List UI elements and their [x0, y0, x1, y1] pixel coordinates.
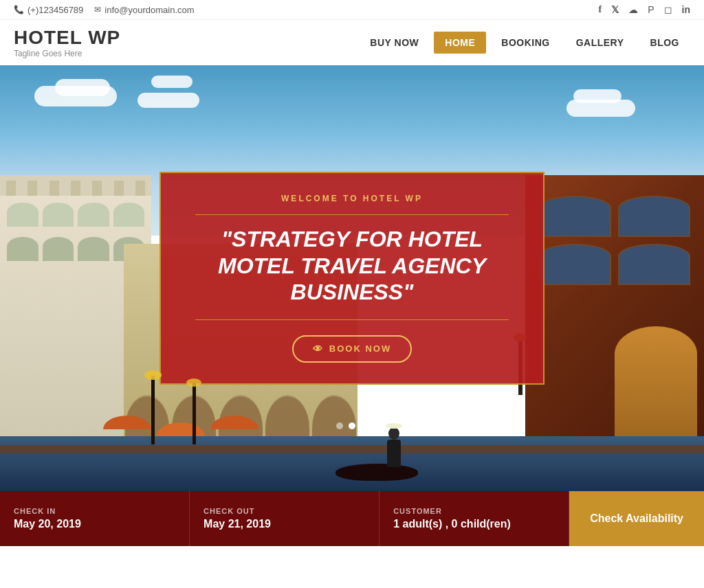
customer-field[interactable]: CUSTOMER 1 adult(s) , 0 child(ren) — [380, 491, 569, 546]
site-logo: HOTEL WP Tagline Goes Here — [14, 27, 120, 58]
linkedin-link[interactable]: in — [682, 4, 690, 15]
hero-title: "STRATEGY FOR HOTEL MOTEL TRAVEL AGENCY … — [195, 226, 509, 305]
hero-divider-bottom — [195, 319, 509, 320]
check-availability-button[interactable]: Check Availability — [569, 491, 704, 546]
lamp-left-1 — [151, 376, 155, 444]
umbrella-area — [103, 405, 258, 436]
nav-home[interactable]: HOME — [434, 32, 486, 54]
lamp-left-2 — [192, 383, 196, 444]
eye-icon: 👁 — [313, 343, 324, 354]
nav-blog[interactable]: BLOG — [639, 32, 690, 54]
dot-1[interactable] — [336, 422, 343, 429]
nav-gallery[interactable]: GALLERY — [565, 32, 635, 54]
phone-info: 📞 (+)123456789 — [14, 5, 83, 15]
skype-link[interactable]: ☁ — [628, 4, 638, 15]
logo-tagline: Tagline Goes Here — [14, 49, 120, 58]
checkout-field[interactable]: CHECK OUT May 21, 2019 — [190, 491, 380, 546]
twitter-link[interactable]: 𝕏 — [611, 4, 619, 15]
top-bar-contact: 📞 (+)123456789 ✉ info@yourdomain.com — [14, 5, 195, 15]
logo-title: HOTEL WP — [14, 27, 120, 49]
email-info: ✉ info@yourdomain.com — [94, 5, 194, 15]
book-now-button[interactable]: 👁 BOOK NOW — [292, 335, 412, 363]
customer-label: CUSTOMER — [393, 507, 555, 515]
phone-number: (+)123456789 — [28, 5, 83, 15]
booking-bar: CHECK IN May 20, 2019 CHECK OUT May 21, … — [0, 491, 704, 546]
nav-buy-now[interactable]: BUY NOW — [359, 32, 430, 54]
dot-3[interactable] — [361, 422, 368, 429]
email-icon: ✉ — [94, 5, 101, 14]
phone-icon: 📞 — [14, 5, 24, 14]
checkin-field[interactable]: CHECK IN May 20, 2019 — [0, 491, 190, 546]
slider-dots — [336, 422, 368, 429]
site-header: HOTEL WP Tagline Goes Here BUY NOW HOME … — [0, 20, 704, 65]
checkin-label: CHECK IN — [14, 507, 175, 515]
pinterest-link[interactable]: P — [648, 4, 654, 15]
top-bar: 📞 (+)123456789 ✉ info@yourdomain.com f 𝕏… — [0, 0, 704, 20]
checkin-value: May 20, 2019 — [14, 518, 175, 530]
hero-subtitle: WELCOME TO HOTEL WP — [195, 194, 509, 203]
hero-card: WELCOME TO HOTEL WP "STRATEGY FOR HOTEL … — [160, 172, 544, 384]
email-address: info@yourdomain.com — [104, 5, 194, 15]
hero-section: WELCOME TO HOTEL WP "STRATEGY FOR HOTEL … — [0, 65, 704, 491]
hero-divider-top — [195, 214, 509, 215]
book-now-label: BOOK NOW — [329, 343, 391, 354]
facebook-link[interactable]: f — [599, 4, 602, 15]
instagram-link[interactable]: ◻ — [664, 4, 672, 15]
social-links: f 𝕏 ☁ P ◻ in — [599, 4, 690, 15]
checkout-value: May 21, 2019 — [204, 518, 365, 530]
dot-2[interactable] — [349, 422, 355, 429]
customer-value: 1 adult(s) , 0 child(ren) — [393, 518, 555, 530]
main-nav: BUY NOW HOME BOOKING GALLERY BLOG — [359, 32, 690, 54]
nav-booking[interactable]: BOOKING — [490, 32, 560, 54]
checkout-label: CHECK OUT — [204, 507, 365, 515]
